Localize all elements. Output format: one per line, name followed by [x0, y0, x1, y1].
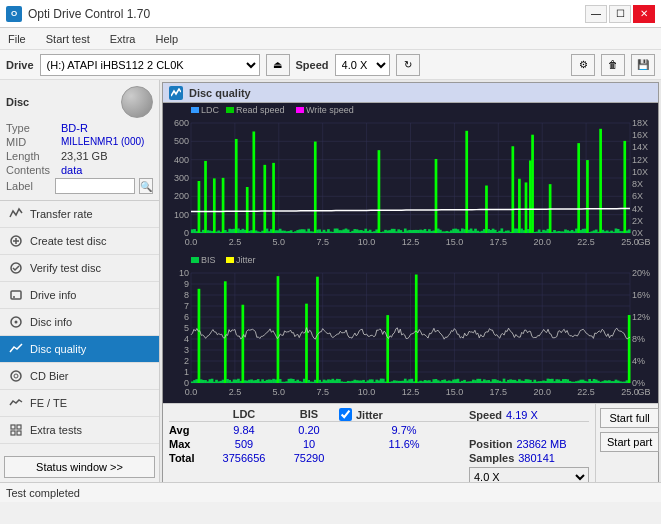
disc-info-icon	[8, 314, 24, 330]
svg-point-5	[13, 296, 15, 298]
contents-label: Contents	[6, 164, 61, 176]
max-ldc: 509	[209, 438, 279, 450]
svg-point-8	[11, 371, 21, 381]
speed-select[interactable]: 4.0 X	[335, 54, 390, 76]
type-label: Type	[6, 122, 61, 134]
fe-te-icon	[8, 395, 24, 411]
ldc-chart	[163, 103, 658, 253]
disc-section-title: Disc	[6, 96, 29, 108]
minimize-button[interactable]: —	[585, 5, 607, 23]
nav-extra-tests[interactable]: Extra tests	[0, 417, 159, 444]
sidebar: Disc Type BD-R MID MILLENMR1 (000) Lengt…	[0, 80, 160, 482]
jitter-checkbox[interactable]	[339, 408, 352, 421]
disc-quality-title: Disc quality	[189, 87, 251, 99]
transfer-rate-icon	[8, 206, 24, 222]
avg-label: Avg	[169, 424, 209, 436]
nav-fe-te[interactable]: FE / TE	[0, 390, 159, 417]
disc-quality-panel: Disc quality LDC	[162, 82, 659, 482]
menu-start-test[interactable]: Start test	[42, 31, 94, 47]
extra-tests-icon	[8, 422, 24, 438]
speed-label: Speed	[296, 59, 329, 71]
svg-rect-12	[11, 431, 15, 435]
drive-info-icon	[8, 287, 24, 303]
position-value: 23862 MB	[516, 438, 566, 450]
stats-header-row: LDC BIS Jitter Speed 4.19 X	[169, 408, 589, 422]
stats-footer: LDC BIS Jitter Speed 4.19 X Avg	[163, 403, 658, 482]
avg-bis: 0.20	[279, 424, 339, 436]
label-input[interactable]	[55, 178, 135, 194]
erase-button[interactable]: 🗑	[601, 54, 625, 76]
disc-icon	[121, 86, 153, 118]
nav-verify-test-disc[interactable]: Verify test disc	[0, 255, 159, 282]
contents-value: data	[61, 164, 82, 176]
type-value: BD-R	[61, 122, 88, 134]
menu-bar: File Start test Extra Help	[0, 28, 661, 50]
svg-point-9	[14, 374, 18, 378]
nav-cd-bier[interactable]: CD Bier	[0, 363, 159, 390]
jitter-header: Jitter	[339, 408, 469, 421]
status-window-button[interactable]: Status window >>	[4, 456, 155, 478]
samples-label: Samples	[469, 452, 514, 464]
length-label: Length	[6, 150, 61, 162]
position-label: Position	[469, 438, 512, 450]
mid-value: MILLENMR1 (000)	[61, 136, 144, 148]
bis-chart	[163, 253, 658, 403]
label-label: Label	[6, 180, 51, 192]
nav-disc-info[interactable]: Disc info	[0, 309, 159, 336]
main-layout: Disc Type BD-R MID MILLENMR1 (000) Lengt…	[0, 80, 661, 482]
app-title: Opti Drive Control 1.70	[28, 7, 150, 21]
save-button[interactable]: 💾	[631, 54, 655, 76]
status-bar: Test completed	[0, 482, 661, 502]
nav-disc-quality[interactable]: Disc quality	[0, 336, 159, 363]
settings-button[interactable]: ⚙	[571, 54, 595, 76]
menu-help[interactable]: Help	[151, 31, 182, 47]
bis-header: BIS	[279, 408, 339, 421]
stats-total-row: Total 3756656 75290 Samples 380141	[169, 452, 589, 464]
total-bis: 75290	[279, 452, 339, 464]
label-search-button[interactable]: 🔍	[139, 178, 153, 194]
speed-dropdown[interactable]: 4.0 X	[469, 467, 589, 482]
nav-transfer-rate[interactable]: Transfer rate	[0, 201, 159, 228]
svg-rect-10	[11, 425, 15, 429]
disc-quality-panel-icon	[169, 86, 183, 100]
title-bar: O Opti Drive Control 1.70 — ☐ ✕	[0, 0, 661, 28]
eject-button[interactable]: ⏏	[266, 54, 290, 76]
drive-toolbar: Drive (H:) ATAPI iHBS112 2 CL0K ⏏ Speed …	[0, 50, 661, 80]
start-full-button[interactable]: Start full	[600, 408, 659, 428]
avg-ldc: 9.84	[209, 424, 279, 436]
max-label: Max	[169, 438, 209, 450]
svg-rect-13	[17, 431, 21, 435]
ldc-header: LDC	[209, 408, 279, 421]
window-controls: — ☐ ✕	[585, 5, 655, 23]
disc-quality-header: Disc quality	[163, 83, 658, 103]
menu-extra[interactable]: Extra	[106, 31, 140, 47]
samples-value: 380141	[518, 452, 555, 464]
disc-quality-icon	[8, 341, 24, 357]
verify-test-disc-icon	[8, 260, 24, 276]
start-part-button[interactable]: Start part	[600, 432, 659, 452]
refresh-button[interactable]: ↻	[396, 54, 420, 76]
charts-container	[163, 103, 658, 403]
nav-create-test-disc[interactable]: Create test disc	[0, 228, 159, 255]
svg-point-7	[15, 321, 18, 324]
app-icon: O	[6, 6, 22, 22]
total-label: Total	[169, 452, 209, 464]
cd-bier-icon	[8, 368, 24, 384]
max-bis: 10	[279, 438, 339, 450]
ldc-chart-wrapper	[163, 103, 658, 253]
drive-select[interactable]: (H:) ATAPI iHBS112 2 CL0K	[40, 54, 260, 76]
stats-max-row: Max 509 10 11.6% Position 23862 MB	[169, 438, 589, 450]
avg-jitter: 9.7%	[339, 424, 469, 436]
svg-rect-4	[11, 291, 21, 299]
length-value: 23,31 GB	[61, 150, 107, 162]
create-test-disc-icon	[8, 233, 24, 249]
mid-label: MID	[6, 136, 61, 148]
disc-panel: Disc Type BD-R MID MILLENMR1 (000) Lengt…	[0, 80, 159, 201]
stats-table: LDC BIS Jitter Speed 4.19 X Avg	[163, 404, 595, 482]
maximize-button[interactable]: ☐	[609, 5, 631, 23]
nav-drive-info[interactable]: Drive info	[0, 282, 159, 309]
close-button[interactable]: ✕	[633, 5, 655, 23]
menu-file[interactable]: File	[4, 31, 30, 47]
content-area: Disc quality LDC	[160, 80, 661, 482]
svg-rect-11	[17, 425, 21, 429]
